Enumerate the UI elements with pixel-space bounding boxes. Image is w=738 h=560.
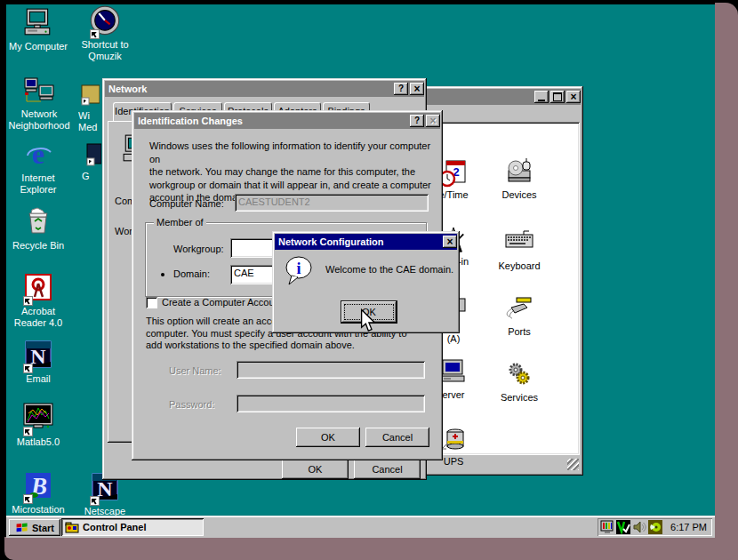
workgroup-radio-label[interactable]: Workgroup: — [173, 244, 224, 254]
desktop-icon-qmuzik[interactable]: Shortcut to Qmuzik — [71, 5, 139, 61]
shortcut-arrow-icon — [23, 296, 33, 306]
ports-icon — [504, 295, 534, 322]
icon-label: My Computer — [4, 41, 72, 52]
domain-radio-label[interactable]: Domain: — [173, 268, 210, 279]
icon-label: Wi Med — [78, 110, 102, 132]
close-button[interactable]: × — [566, 91, 581, 103]
user-name-field — [237, 361, 425, 379]
my-computer-icon — [23, 7, 53, 37]
keyboard-icon — [504, 229, 534, 252]
ok-button[interactable]: OK — [296, 428, 360, 447]
desktop-icon-my-computer[interactable]: My Computer — [4, 7, 72, 52]
network-cancel-button[interactable]: Cancel — [354, 459, 421, 479]
task-label: Control Panel — [83, 522, 147, 532]
internet-explorer-icon: e — [23, 139, 53, 171]
services-gears-icon — [504, 361, 534, 388]
close-button[interactable]: × — [443, 236, 457, 248]
desktop-icon-acrobat-reader[interactable]: Acrobat Reader 4.0 — [4, 272, 72, 328]
ups-battery-icon — [439, 425, 468, 453]
message-text: Welcome to the CAE domain. — [325, 264, 453, 275]
start-button[interactable]: Start — [9, 519, 60, 536]
shortcut-arrow-icon — [23, 494, 33, 504]
desktop-icon-internet-explorer[interactable]: e Internet Explorer — [4, 139, 72, 195]
close-button[interactable]: × — [410, 83, 424, 95]
icon-label: Internet Explorer — [4, 172, 72, 195]
desktop-icon-fragment-media[interactable]: Wi Med — [78, 84, 102, 132]
recycle-bin-icon — [23, 206, 53, 238]
network-configuration-titlebar[interactable]: Network Configuration × — [275, 234, 457, 250]
partial-icon — [78, 84, 100, 107]
dialog-title: Identification Changes — [138, 116, 243, 126]
dialog-title: Network Configuration — [278, 236, 384, 247]
computer-name-field: CAESTUDENT2 — [235, 194, 429, 212]
close-button-disabled: × — [426, 115, 440, 127]
system-tray: 6:17 PM — [598, 518, 712, 536]
icon-label: Keyboard — [491, 261, 548, 272]
cp-icon-devices[interactable]: Devices — [491, 158, 548, 201]
taskbar: Start Control Panel 6:17 PM — [6, 516, 715, 538]
shortcut-arrow-icon — [23, 364, 33, 373]
icon-label: Shortcut to Qmuzik — [71, 39, 139, 61]
screen-photo: My Computer Shortcut to Qmuzik Network N… — [0, 0, 738, 560]
display-settings-tray-icon[interactable] — [600, 520, 614, 534]
date-time-icon: 2 — [439, 158, 468, 188]
user-name-label: User Name: — [169, 365, 221, 376]
icon-label: Devices — [491, 190, 548, 201]
icon-label: Services — [491, 393, 548, 404]
svg-text:i: i — [296, 260, 301, 277]
task-button-control-panel[interactable]: Control Panel — [61, 518, 204, 536]
clock: 6:17 PM — [670, 522, 712, 532]
server-icon — [439, 358, 468, 387]
icon-label: Matlab5.0 — [4, 436, 72, 448]
desktop-icon-network-neighborhood[interactable]: Network Neighborhood — [3, 75, 76, 131]
cp-icon-services[interactable]: Services — [491, 358, 548, 404]
bezel-right — [715, 3, 738, 560]
minimize-button[interactable] — [534, 91, 549, 103]
icon-label: Microstation — [4, 504, 72, 516]
devices-icon — [505, 158, 533, 187]
icon-label: Network Neighborhood — [3, 108, 76, 131]
mouse-cursor — [359, 308, 377, 335]
desktop-icon-fragment-g[interactable]: G — [82, 142, 101, 182]
resize-grip[interactable] — [567, 459, 579, 470]
icon-label: Acrobat Reader 4.0 — [4, 306, 72, 328]
network-dialog-titlebar[interactable]: Network ? × — [105, 81, 424, 97]
bezel-bottom — [4, 537, 738, 560]
virus-shield-tray-icon[interactable] — [616, 520, 630, 534]
maximize-button[interactable] — [550, 91, 565, 103]
network-ok-button[interactable]: OK — [282, 459, 349, 479]
groupbox-label: Member of — [154, 217, 206, 228]
desktop-icon-email[interactable]: N Email — [4, 340, 72, 385]
dialog-title: Network — [108, 84, 147, 94]
cp-icon-ports[interactable]: Ports — [491, 292, 548, 338]
graphics-utility-tray-icon[interactable] — [648, 520, 662, 534]
info-icon: i — [284, 255, 316, 289]
create-account-checkbox[interactable] — [146, 297, 157, 308]
volume-tray-icon[interactable] — [632, 520, 646, 534]
windows-logo-icon — [15, 521, 29, 534]
shortcut-arrow-icon — [90, 29, 100, 39]
icon-label: G — [82, 171, 101, 182]
icon-label: Email — [4, 373, 72, 385]
control-panel-icon — [65, 520, 79, 534]
help-button[interactable]: ? — [410, 115, 424, 127]
cancel-button[interactable]: Cancel — [365, 428, 429, 447]
desktop-icon-matlab[interactable]: Matlab5.0 — [4, 403, 72, 448]
desktop-icon-recycle-bin[interactable]: Recycle Bin — [4, 206, 72, 252]
icon-label: Recycle Bin — [4, 240, 72, 252]
password-label: Password: — [169, 399, 214, 410]
computer-name-label: Computer Name: — [149, 198, 224, 209]
network-neighborhood-icon — [23, 75, 55, 107]
shortcut-arrow-icon — [23, 427, 33, 436]
start-label: Start — [32, 523, 54, 533]
password-field — [237, 395, 425, 412]
help-button[interactable]: ? — [394, 83, 408, 95]
desktop-icon-microstation[interactable]: B Microstation — [4, 470, 72, 516]
partial-icon — [82, 142, 101, 167]
cp-icon-keyboard[interactable]: Keyboard — [491, 225, 548, 272]
identification-changes-titlebar[interactable]: Identification Changes ? × — [134, 113, 440, 129]
svg-text:e: e — [32, 139, 44, 170]
shortcut-arrow-icon — [90, 496, 100, 506]
icon-label: Ports — [491, 327, 548, 338]
